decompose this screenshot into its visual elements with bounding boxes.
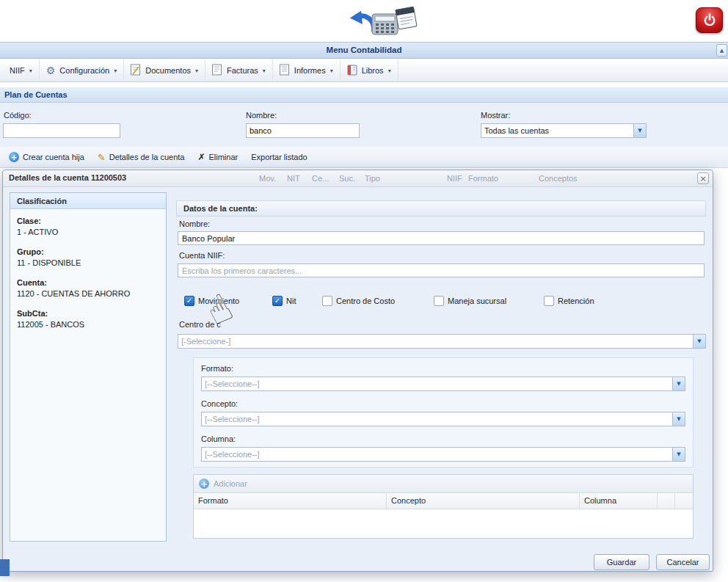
codigo-input[interactable]: [3, 123, 120, 138]
menu-item-documentos[interactable]: Documentos ▾: [124, 59, 205, 81]
checkbox-label: Movimiento: [198, 297, 239, 305]
menu-item-label: Informes: [294, 66, 326, 75]
chevron-down-icon: ▾: [263, 68, 266, 74]
centro-costo-combobox[interactable]: [-Seleccione-] ▼: [178, 334, 706, 349]
menu-item-label: NIIF: [10, 66, 25, 75]
nombre-filter-input[interactable]: [246, 123, 360, 138]
document-pencil-icon: [131, 64, 141, 77]
nombre-label: Nombre:: [179, 219, 210, 228]
columna-combobox[interactable]: [--Seleccione--] ▼: [201, 447, 685, 462]
chevron-down-icon: ▾: [195, 68, 198, 74]
formato-combobox[interactable]: [--Seleccione--] ▼: [201, 377, 685, 391]
collapse-up-icon[interactable]: ▲: [716, 44, 727, 57]
checkbox-box[interactable]: ✓: [184, 296, 194, 306]
detalles-cuenta-button[interactable]: ✎ Detalles de la cuenta: [92, 150, 190, 164]
plus-icon: +: [9, 152, 19, 162]
column-header-concepto[interactable]: Concepto: [387, 493, 580, 509]
mostrar-label: Mostrar:: [481, 111, 510, 120]
cancelar-button[interactable]: Cancelar: [656, 554, 710, 570]
close-icon[interactable]: ×: [697, 172, 709, 184]
button-label: Detalles de la cuenta: [109, 153, 185, 161]
pencil-icon: ✎: [98, 153, 106, 162]
clase-field: Clase: 1 - ACTIVO: [17, 217, 159, 236]
menu-contabilidad-bar: Menu Contabilidad ▲: [0, 42, 728, 59]
columna-label: Columna:: [201, 434, 236, 443]
combo-arrow-icon[interactable]: ▼: [693, 335, 705, 348]
adicionar-button[interactable]: Adicionar: [214, 479, 247, 488]
grupo-field: Grupo: 11 - DISPONIBLE: [17, 247, 159, 267]
concepto-value: [--Seleccione--]: [202, 412, 672, 426]
check-icon: ✓: [186, 297, 192, 305]
menu-item-niif[interactable]: NIIF ▾: [3, 59, 40, 81]
grid-header-nit: NIT: [287, 174, 300, 183]
movimiento-checkbox[interactable]: ✓ Movimiento: [184, 296, 239, 306]
clasificacion-body: Clase: 1 - ACTIVO Grupo: 11 - DISPONIBLE…: [10, 209, 166, 347]
header-icon-group: [346, 4, 420, 40]
menu-item-label: Facturas: [227, 66, 258, 75]
centro-de-costo-checkbox[interactable]: ✓ Centro de Costo: [322, 296, 395, 306]
exportar-listado-button[interactable]: Exportar listado: [246, 150, 312, 164]
grid-header-conceptos: Conceptos: [539, 174, 578, 183]
retencion-checkbox[interactable]: ✓ Retención: [544, 296, 594, 306]
grid-body-empty: [194, 509, 693, 538]
centro-costo-value: [-Seleccione-]: [178, 335, 693, 348]
grid-header-niif: NIIF: [447, 174, 462, 183]
menu-item-facturas[interactable]: Facturas ▾: [205, 59, 273, 81]
top-header: [0, 0, 728, 41]
formato-fieldset: Formato: [--Seleccione--] ▼ Concepto: [-…: [193, 357, 694, 468]
checkbox-label: Retención: [558, 297, 594, 305]
menu-item-configuracion[interactable]: ⚙ Configuración ▾: [40, 59, 124, 81]
book-icon: [347, 65, 357, 77]
field-label: Cuenta:: [17, 278, 159, 287]
nombre-input[interactable]: [178, 231, 705, 245]
combo-arrow-icon[interactable]: ▼: [633, 124, 646, 137]
menu-item-label: Documentos: [145, 66, 191, 75]
nombre-filter-label: Nombre:: [246, 111, 277, 120]
column-header-columna[interactable]: Columna: [580, 493, 658, 509]
dialog-titlebar[interactable]: Detalles de la cuenta 11200503 Mov. NIT …: [3, 170, 713, 187]
guardar-button[interactable]: Guardar: [594, 554, 649, 570]
plus-icon: +: [199, 479, 209, 489]
field-value: 1 - ACTIVO: [17, 228, 159, 236]
concepto-combobox[interactable]: [--Seleccione--] ▼: [201, 412, 685, 426]
menu-item-informes[interactable]: Informes ▾: [273, 59, 341, 81]
checkbox-box[interactable]: ✓: [434, 296, 444, 306]
button-label: Eliminar: [208, 153, 238, 161]
eliminar-button[interactable]: ✗ Eliminar: [192, 150, 243, 164]
field-value: 112005 - BANCOS: [17, 320, 159, 329]
adicionar-toolbar: + Adicionar: [194, 475, 693, 493]
cuenta-field: Cuenta: 1120 - CUENTAS DE AHORRO: [17, 278, 159, 298]
datos-cuenta-header: Datos de la cuenta:: [176, 200, 706, 217]
centro-costo-label: Centro de c: [179, 320, 221, 329]
menu-item-label: Libros: [362, 66, 384, 75]
checkbox-label: Nit: [286, 297, 296, 305]
combo-arrow-icon[interactable]: ▼: [672, 412, 685, 426]
checkbox-box[interactable]: ✓: [322, 296, 332, 306]
panel-title: Plan de Cuentas: [4, 90, 68, 99]
checkbox-box[interactable]: ✓: [272, 296, 283, 306]
delete-x-icon: ✗: [197, 153, 205, 161]
main-menu: NIIF ▾ ⚙ Configuración ▾ Documentos ▾: [0, 59, 728, 82]
combo-arrow-icon[interactable]: ▼: [672, 448, 685, 461]
grid-header-suc: Suc.: [339, 174, 355, 183]
codigo-label: Código:: [4, 111, 32, 120]
chevron-down-icon: ▾: [330, 68, 333, 74]
nit-checkbox[interactable]: ✓ Nit: [272, 296, 296, 306]
notes-icon[interactable]: [393, 6, 420, 32]
maneja-sucursal-checkbox[interactable]: ✓ Maneja sucursal: [434, 296, 506, 306]
menu-item-libros[interactable]: Libros ▾: [341, 59, 398, 81]
cuenta-niif-input[interactable]: [178, 263, 705, 277]
grid-header-ce: Ce...: [312, 174, 329, 183]
formato-label: Formato:: [201, 364, 233, 373]
button-label: Crear cuenta hija: [23, 153, 84, 161]
power-button[interactable]: [696, 7, 723, 33]
crear-cuenta-hija-button[interactable]: + Crear cuenta hija: [4, 150, 90, 164]
button-label: Exportar listado: [251, 153, 307, 161]
clasificacion-panel: Clasificación Clase: 1 - ACTIVO Grupo: 1…: [10, 192, 167, 542]
field-value: 11 - DISPONIBLE: [17, 258, 159, 267]
column-header-formato[interactable]: Formato: [194, 493, 387, 509]
combo-arrow-icon[interactable]: ▼: [672, 377, 685, 390]
checkbox-label: Maneja sucursal: [448, 297, 506, 305]
mostrar-combobox[interactable]: Todas las cuentas ▼: [481, 123, 647, 138]
checkbox-box[interactable]: ✓: [544, 296, 554, 306]
